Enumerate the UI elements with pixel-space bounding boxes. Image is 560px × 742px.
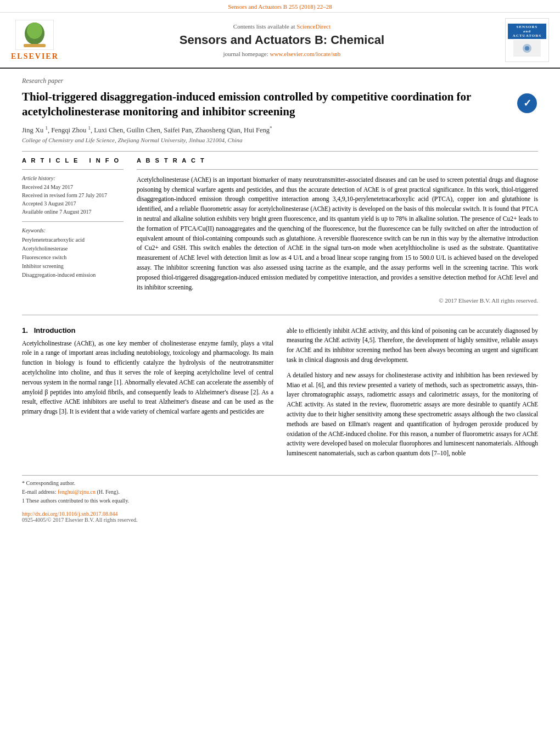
available-date: Available online 7 August 2017	[22, 208, 124, 216]
sensors-logo-section: SENSORSandACTUATORS	[505, 18, 549, 62]
citation-bar: Sensors and Actuators B 255 (2018) 22–28	[0, 0, 560, 13]
page: Sensors and Actuators B 255 (2018) 22–28…	[0, 0, 560, 742]
journal-header: ELSEVIER Contents lists available at Sci…	[0, 13, 560, 69]
main-content: Research paper Thiol-triggered disaggreg…	[0, 69, 560, 531]
journal-homepage: journal homepage: www.elsevier.com/locat…	[70, 51, 494, 57]
abstract-column: A B S T R A C T Acetylcholinesterase (AC…	[137, 157, 538, 304]
authors-text: Jing Xu 1, Fengqi Zhou 1, Luxi Chen, Gui…	[22, 126, 272, 134]
keywords-label: Keywords:	[22, 227, 124, 233]
abstract-text: Acetylcholinesterase (AChE) is an import…	[137, 175, 538, 293]
journal-title: Sensors and Actuators B: Chemical	[70, 33, 494, 47]
sciencedirect-link[interactable]: ScienceDirect	[296, 23, 331, 30]
doi-link[interactable]: http://dx.doi.org/10.1016/j.snb.2017.08.…	[22, 511, 538, 517]
article-info-header: A R T I C L E I N F O	[22, 157, 124, 164]
keyword-5: Disaggregation-induced emission	[22, 271, 124, 280]
email-link[interactable]: fenghui@zjnu.cn	[58, 489, 96, 495]
divider-article-info	[22, 169, 124, 170]
sensors-icon	[513, 40, 541, 57]
footnote-corresponding: * Corresponding author.	[22, 479, 538, 488]
divider-keywords	[22, 221, 124, 222]
keyword-1: Perylenetetracarboxylic acid	[22, 236, 124, 244]
keyword-4: Inhibitor screening	[22, 262, 124, 271]
svg-rect-4	[24, 44, 46, 47]
doi-section: http://dx.doi.org/10.1016/j.snb.2017.08.…	[22, 511, 538, 523]
contents-line: Contents lists available at ScienceDirec…	[70, 23, 494, 30]
elsevier-tree-icon	[15, 20, 54, 50]
intro-paragraph-2: able to efficiently inhibit AChE activit…	[287, 326, 538, 365]
svg-text:✓: ✓	[523, 98, 531, 109]
journal-header-center: Contents lists available at ScienceDirec…	[59, 23, 505, 57]
footnote-email: E-mail address: fenghui@zjnu.cn (H. Feng…	[22, 488, 538, 496]
body-right-col: able to efficiently inhibit AChE activit…	[287, 326, 538, 465]
divider-1	[22, 151, 538, 152]
intro-section-title: 1. Introduction	[22, 326, 273, 334]
history-label: Article history:	[22, 175, 124, 181]
received-date: Received 24 May 2017	[22, 183, 124, 191]
article-info-abstract: A R T I C L E I N F O Article history: R…	[22, 157, 538, 304]
citation-text: Sensors and Actuators B 255 (2018) 22–28	[228, 3, 332, 10]
divider-abstract	[137, 169, 538, 170]
paper-title: Thiol-triggered disaggregation-induced e…	[22, 90, 505, 120]
footnote-section: * Corresponding author. E-mail address: …	[22, 475, 538, 505]
keywords-section: Keywords: Perylenetetracarboxylic acid A…	[22, 227, 124, 280]
body-content: 1. Introduction Acetylcholinestrase (ACh…	[22, 326, 538, 523]
crossmark-icon: ✓	[516, 92, 538, 114]
paper-title-row: Thiol-triggered disaggregation-induced e…	[22, 90, 538, 120]
body-two-col: 1. Introduction Acetylcholinestrase (ACh…	[22, 326, 538, 465]
divider-body	[22, 315, 538, 315]
body-left-col: 1. Introduction Acetylcholinestrase (ACh…	[22, 326, 273, 465]
intro-paragraph-3: A detailed history and new assays for ch…	[287, 371, 538, 459]
abstract-copyright: © 2017 Elsevier B.V. All rights reserved…	[137, 297, 538, 304]
svg-point-7	[525, 46, 529, 51]
sensors-badge: SENSORSandACTUATORS	[508, 24, 546, 39]
affiliation-text: College of Chemistry and Life Science, Z…	[22, 137, 538, 143]
footnote-equal-contrib: 1 These authors contributed to this work…	[22, 496, 538, 505]
keyword-2: Acetylcholinesterase	[22, 244, 124, 253]
abstract-header: A B S T R A C T	[137, 157, 538, 164]
intro-paragraph-1: Acetylcholinestrase (AChE), as one key m…	[22, 339, 273, 417]
svg-point-3	[27, 23, 42, 39]
sensors-logo: SENSORSandACTUATORS	[505, 18, 549, 62]
keyword-3: Fluorescence switch	[22, 253, 124, 262]
accepted-date: Accepted 3 August 2017	[22, 199, 124, 208]
homepage-link[interactable]: www.elsevier.com/locate/snb	[270, 51, 340, 57]
article-history-group: Article history: Received 24 May 2017 Re…	[22, 175, 124, 216]
elsevier-logo-section: ELSEVIER	[11, 20, 59, 61]
authors-line: Jing Xu 1, Fengqi Zhou 1, Luxi Chen, Gui…	[22, 125, 538, 135]
elsevier-label: ELSEVIER	[11, 52, 59, 61]
received-revised-date: Received in revised form 27 July 2017	[22, 191, 124, 199]
article-info-column: A R T I C L E I N F O Article history: R…	[22, 157, 124, 304]
doi-copyright: 0925-4005/© 2017 Elsevier B.V. All right…	[22, 517, 538, 523]
paper-type-label: Research paper	[22, 77, 538, 85]
